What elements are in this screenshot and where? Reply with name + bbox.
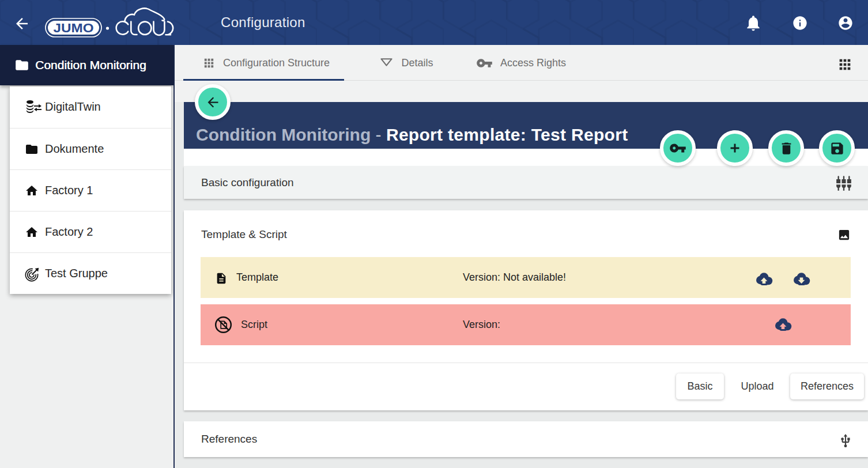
- svg-text:JUMO: JUMO: [54, 21, 94, 35]
